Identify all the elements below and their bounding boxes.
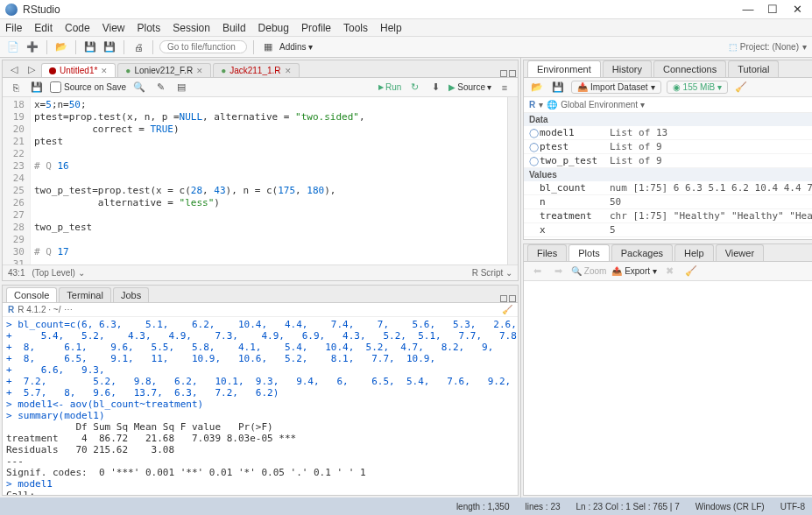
save-ws-icon[interactable]: 💾 [550,80,566,95]
editor-scrollbar[interactable] [507,97,518,265]
expand-icon[interactable]: ◯ [527,128,540,138]
rstudio-logo-icon [5,4,18,16]
env-row[interactable]: bl_countnum [1:75] 6 6.3 5.1 6.2 10.4 4.… [524,181,812,195]
export-dropdown[interactable]: 📤 Export ▾ [611,266,656,276]
tab-environment[interactable]: Environment [527,60,601,77]
tab-plots[interactable]: Plots [568,244,609,261]
addins-dropdown[interactable]: Addins ▾ [279,42,313,52]
scope-label[interactable]: (Top Level) ⌄ [32,268,84,278]
pane-min-icon[interactable] [500,295,507,302]
new-file-icon[interactable]: 📄 [5,39,21,55]
outline-icon[interactable]: ≡ [497,80,512,95]
next-plot-icon[interactable]: ➡ [550,264,566,279]
memory-indicator[interactable]: ◉ 155 MiB ▾ [667,81,729,94]
zoom-button[interactable]: 🔍 Zoom [571,266,606,276]
tab-terminal[interactable]: Terminal [59,287,111,302]
clear-plots-icon[interactable]: 🧹 [683,264,699,279]
tab-tutorial[interactable]: Tutorial [728,60,779,77]
globe-icon: 🌐 [547,100,557,109]
status-filetype: UTF-8 [780,502,805,511]
menu-edit[interactable]: Edit [34,22,53,34]
tab-history[interactable]: History [603,60,652,77]
console-output[interactable]: > bl_count=c(6, 6.3, 5.1, 6.2, 10.4, 4.4… [3,317,518,495]
save-icon[interactable]: 💾 [82,39,98,55]
editor-toolbar: ⎘ 💾 Source on Save 🔍 ✎ ▤ Run ↻ ⬇ ▶Source… [3,78,518,97]
tab-jobs[interactable]: Jobs [113,287,149,302]
tab-connections[interactable]: Connections [653,60,726,77]
minimize-icon[interactable]: — [742,3,754,16]
tab-jack[interactable]: ● Jack211_1.R ✕ [213,63,299,77]
maximize-icon[interactable]: ☐ [766,3,779,16]
clear-env-icon[interactable]: 🧹 [733,80,749,95]
clear-console-icon[interactable]: 🧹 [502,305,512,314]
env-scope-dropdown[interactable]: Global Environment ▾ [561,100,645,109]
back-icon[interactable]: ◁ [6,61,22,77]
pane-max-icon[interactable] [509,295,516,302]
remove-plot-icon[interactable]: ✖ [662,264,678,279]
env-row[interactable]: ◯model1List of 13🔍 [524,126,812,140]
code-editor[interactable]: 18 19 20 21 22 23 24 25 26 27 28 29 30 3… [3,97,518,265]
wd-menu-icon[interactable]: ⋯ [64,305,73,314]
forward-icon[interactable]: ▷ [24,61,39,77]
source-dropdown[interactable]: ▶Source ▾ [448,82,491,92]
cursor-pos: 43:1 [8,268,25,278]
open-icon[interactable]: 📂 [53,39,69,55]
close-icon[interactable]: ✕ [791,3,803,16]
project-label[interactable]: Project: (None) [740,42,799,52]
menu-help[interactable]: Help [380,22,402,34]
prev-plot-icon[interactable]: ⬅ [529,264,545,279]
menu-profile[interactable]: Profile [301,22,331,34]
menu-session[interactable]: Session [173,22,210,34]
menu-debug[interactable]: Debug [258,22,289,34]
menu-build[interactable]: Build [222,22,246,34]
menu-file[interactable]: File [5,22,22,34]
goto-file-input[interactable] [159,40,247,53]
down-icon[interactable]: ⬇ [427,80,443,95]
close-tab-icon[interactable]: ✕ [101,67,108,75]
grid-icon[interactable]: ▦ [260,39,276,55]
env-tabs: Environment History Connections Tutorial [524,60,812,78]
source-on-save-toggle[interactable]: Source on Save [50,81,126,93]
import-dataset-dropdown[interactable]: 📥 Import Dataset ▾ [571,81,661,94]
tab-packages[interactable]: Packages [611,244,673,261]
editor-tabs: ◁ ▷ Untitled1* ✕ ● Loniev212_F.R ✕ ● Jac… [3,60,518,78]
expand-icon[interactable]: ◯ [527,156,540,166]
env-row[interactable]: ◯ptestList of 9🔍 [524,140,812,154]
menu-code[interactable]: Code [65,22,90,34]
r-logo-icon: R [8,305,14,314]
tab-untitled1[interactable]: Untitled1* ✕ [41,63,116,77]
r-logo-icon: R [529,100,535,109]
close-tab-icon[interactable]: ✕ [196,67,203,75]
pane-min-icon[interactable] [500,70,507,77]
pane-max-icon[interactable] [509,70,516,77]
file-type[interactable]: R Script ⌄ [472,268,512,278]
rerun-icon[interactable]: ↻ [406,80,422,95]
files-tabs: Files Plots Packages Help Viewer [524,244,812,262]
tab-console[interactable]: Console [6,287,57,302]
env-row[interactable]: ◯two_p_testList of 9🔍 [524,154,812,168]
new-project-icon[interactable]: ➕ [25,39,40,55]
menu-plots[interactable]: Plots [138,22,161,34]
save-icon[interactable]: 💾 [29,80,45,95]
env-row[interactable]: n50 [524,195,812,209]
wand-icon[interactable]: ✎ [152,80,168,95]
load-ws-icon[interactable]: 📂 [529,80,545,95]
save-all-icon[interactable]: 💾 [102,39,117,55]
env-data-header: Data [524,113,812,126]
tab-viewer[interactable]: Viewer [716,244,764,261]
find-icon[interactable]: 🔍 [131,80,147,95]
tab-loniev[interactable]: ● Loniev212_F.R ✕ [117,63,211,77]
tab-files[interactable]: Files [527,244,567,261]
env-row[interactable]: treatmentchr [1:75] "Healthy" "Healthy" … [524,209,812,223]
compile-icon[interactable]: ▤ [173,80,189,95]
expand-icon[interactable]: ◯ [527,142,540,152]
close-tab-icon[interactable]: ✕ [285,67,292,75]
menu-tools[interactable]: Tools [343,22,368,34]
run-button[interactable]: Run [378,82,401,92]
env-list: Data ◯model1List of 13🔍◯ptestList of 9🔍◯… [524,113,812,239]
print-icon[interactable]: 🖨 [131,39,146,55]
menu-view[interactable]: View [102,22,125,34]
env-row[interactable]: x5 [524,223,812,237]
show-doc-icon[interactable]: ⎘ [8,80,24,95]
tab-help[interactable]: Help [674,244,714,261]
